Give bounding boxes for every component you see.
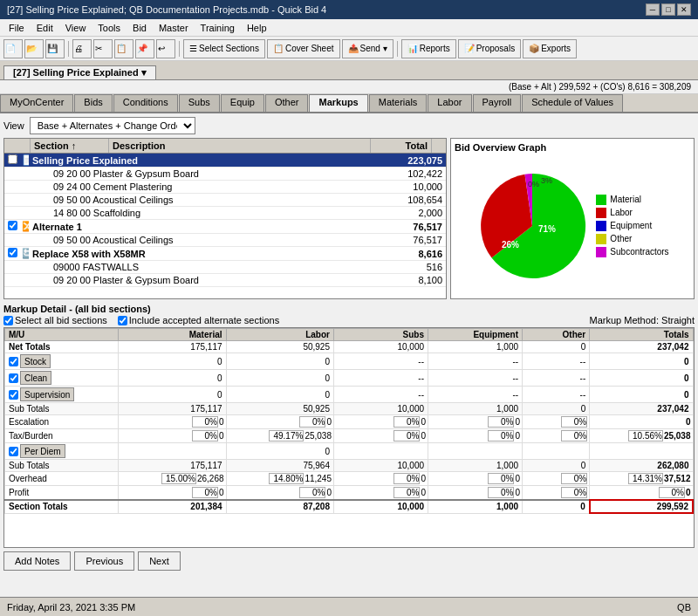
- select-sections-button[interactable]: ☰ Select Sections: [183, 39, 265, 58]
- val-sup-other: --: [523, 387, 590, 403]
- print-button[interactable]: 🖨: [72, 39, 92, 58]
- table-row[interactable]: 🔀 Alternate 1 76,517: [4, 220, 446, 234]
- cover-sheet-button[interactable]: 📋 Cover Sheet: [267, 39, 340, 58]
- doc-tab-active[interactable]: [27] Selling Price Explained ▾: [3, 65, 156, 79]
- close-button[interactable]: ✕: [677, 3, 691, 16]
- tab-payroll[interactable]: Payroll: [473, 94, 522, 112]
- bid-overview-graph: Bid Overview Graph 71% 26% 0% 3%: [450, 138, 695, 299]
- perdiem-button[interactable]: Per Diem: [20, 444, 65, 458]
- send-button[interactable]: 📤 Send ▾: [342, 39, 393, 58]
- table-row[interactable]: 09 20 00 Plaster & Gypsum Board 102,422: [4, 168, 446, 181]
- new-button[interactable]: 📄: [3, 39, 23, 58]
- tab-labor[interactable]: Labor: [428, 94, 471, 112]
- pct-tax-equip[interactable]: [488, 430, 514, 441]
- menu-bid[interactable]: Bid: [127, 22, 152, 34]
- clean-checkbox[interactable]: [9, 373, 18, 383]
- stock-button[interactable]: Stock: [20, 354, 51, 368]
- pct-esc-other[interactable]: [561, 416, 587, 428]
- pct-tax-total[interactable]: [628, 430, 663, 441]
- row-perdiem: Per Diem 0: [5, 443, 694, 460]
- menu-training[interactable]: Training: [195, 22, 240, 34]
- view-select[interactable]: Base + Alternates + Change Orders Base O…: [30, 117, 195, 134]
- tab-conditions[interactable]: Conditions: [113, 94, 178, 112]
- row-checkbox[interactable]: [8, 248, 17, 257]
- cut-button[interactable]: ✂: [93, 39, 113, 58]
- pct-pr-other[interactable]: [561, 487, 587, 498]
- exports-button[interactable]: 📦 Exports: [523, 39, 577, 58]
- pct-oh-lab[interactable]: [269, 473, 304, 484]
- pct-tax-mat[interactable]: [192, 430, 218, 441]
- menu-file[interactable]: File: [3, 22, 30, 34]
- val-esc-material: 0: [119, 415, 226, 429]
- supervision-button[interactable]: Supervision: [20, 387, 74, 401]
- pct-esc-subs[interactable]: [393, 416, 420, 428]
- tab-schedule[interactable]: Schedule of Values: [522, 94, 623, 112]
- pct-esc-mat[interactable]: [192, 416, 218, 428]
- menu-edit[interactable]: Edit: [31, 22, 58, 34]
- clean-button[interactable]: Clean: [20, 371, 51, 385]
- select-all-label[interactable]: Select all bid sections: [3, 315, 107, 325]
- pct-tax-subs[interactable]: [393, 430, 420, 441]
- include-alternates-checkbox[interactable]: [118, 316, 127, 325]
- table-row[interactable]: 🔄 Replace X58 with X58MR 8,616: [4, 247, 446, 261]
- pct-oh-mat[interactable]: [161, 473, 196, 484]
- pct-pr-subs[interactable]: [393, 487, 420, 498]
- supervision-checkbox[interactable]: [9, 390, 18, 400]
- paste-button[interactable]: 📌: [135, 39, 154, 58]
- row-checkbox[interactable]: [8, 154, 17, 164]
- pct-pr-lab[interactable]: [299, 487, 325, 498]
- pct-oh-total[interactable]: [628, 473, 663, 484]
- stock-checkbox[interactable]: [9, 357, 18, 366]
- val-esc-subs-num: 0: [421, 417, 426, 427]
- pct-tax-lab[interactable]: [269, 430, 304, 441]
- minimize-button[interactable]: ─: [646, 3, 660, 16]
- menu-help[interactable]: Help: [242, 22, 272, 34]
- row-checkbox[interactable]: [8, 221, 17, 230]
- pct-esc-equip[interactable]: [488, 416, 514, 428]
- toolbar-sep2: [179, 41, 180, 57]
- tab-materials[interactable]: Materials: [369, 94, 428, 112]
- pct-oh-equip[interactable]: [488, 473, 514, 484]
- proposals-button[interactable]: 📝 Proposals: [458, 39, 521, 58]
- tab-bids[interactable]: Bids: [74, 94, 112, 112]
- undo-button[interactable]: ↩: [156, 39, 175, 58]
- table-row[interactable]: 14 80 00 Scaffolding 2,000: [4, 207, 446, 220]
- pct-pr-mat[interactable]: [192, 487, 218, 498]
- tab-myoncenter[interactable]: MyOnCenter: [0, 94, 73, 112]
- val-oh-lab-num: 11,245: [305, 474, 332, 483]
- legend-label-labor: Labor: [610, 208, 633, 217]
- reports-button[interactable]: 📊 Reports: [401, 39, 456, 58]
- table-row[interactable]: 09 50 00 Acoustical Ceilings 108,654: [4, 194, 446, 207]
- tab-equip[interactable]: Equip: [221, 94, 264, 112]
- menu-tools[interactable]: Tools: [92, 22, 126, 34]
- pct-pr-total[interactable]: [659, 487, 685, 498]
- copy-button[interactable]: 📋: [114, 39, 133, 58]
- pct-esc-lab[interactable]: [299, 416, 325, 428]
- next-button[interactable]: Next: [138, 551, 181, 571]
- tab-subs[interactable]: Subs: [179, 94, 220, 112]
- pct-oh-subs[interactable]: [393, 473, 420, 484]
- tab-other[interactable]: Other: [265, 94, 309, 112]
- pct-oh-other[interactable]: [561, 473, 587, 484]
- pct-tax-other[interactable]: [561, 430, 587, 441]
- pct-pr-equip[interactable]: [488, 487, 514, 498]
- menu-master[interactable]: Master: [154, 22, 194, 34]
- menu-view[interactable]: View: [60, 22, 92, 34]
- table-row[interactable]: 09 24 00 Cement Plastering 10,000: [4, 181, 446, 194]
- add-notes-button[interactable]: Add Notes: [3, 551, 71, 571]
- table-row[interactable]: 09 50 00 Acoustical Ceilings 76,517: [4, 234, 446, 247]
- select-all-checkbox[interactable]: [3, 316, 13, 325]
- table-row[interactable]: 09000 FASTWALLS 516: [4, 261, 446, 274]
- table-row[interactable]: 09 20 00 Plaster & Gypsum Board 8,100: [4, 274, 446, 287]
- maximize-button[interactable]: □: [661, 3, 675, 16]
- legend-item-equipment: Equipment: [596, 221, 668, 231]
- perdiem-checkbox[interactable]: [9, 447, 18, 456]
- table-row[interactable]: 📄 Selling Price Explained 223,075: [4, 154, 446, 168]
- label-profit: Profit: [5, 486, 119, 501]
- open-button[interactable]: 📂: [24, 39, 44, 58]
- val-tax-material: 0: [119, 429, 226, 443]
- save-button[interactable]: 💾: [45, 39, 65, 58]
- previous-button[interactable]: Previous: [74, 551, 134, 571]
- tab-markups[interactable]: Markups: [309, 94, 367, 112]
- include-alternates-label[interactable]: Include accepted alternate sections: [118, 315, 279, 325]
